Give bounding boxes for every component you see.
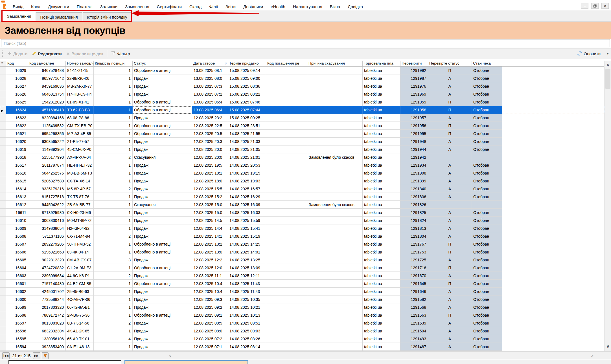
cell[interactable]: 1291645	[400, 280, 428, 288]
cell[interactable]: 1	[94, 240, 133, 248]
cell[interactable]: tabletki.ua	[363, 327, 400, 335]
row-indicator[interactable]	[0, 272, 6, 280]
cell[interactable]: Замовлення було скасов	[307, 153, 363, 161]
cell[interactable]: 13.08.2025 07:2	[192, 90, 228, 98]
header-cell-2[interactable]: Код замовлен	[28, 61, 66, 66]
table-row[interactable]: 16603239609968444-9С-К8-Р12Продаж12.08.2…	[0, 272, 604, 280]
cell[interactable]: Продаж	[133, 272, 192, 280]
cell[interactable]: 16601	[6, 280, 28, 288]
cell[interactable]: 25-45-В6-63	[66, 288, 94, 295]
table-row[interactable]: 16620930356522221-Е5-77-571Продаж12.08.2…	[0, 138, 604, 145]
cell[interactable]: 12.08.2025 07:2	[192, 335, 228, 343]
cell[interactable]: Замовлення було скасов	[307, 201, 363, 209]
cell[interactable]: П	[428, 67, 472, 74]
cell[interactable]: Продаж	[133, 177, 192, 185]
cell[interactable]: Отобран	[472, 82, 502, 90]
row-indicator[interactable]	[0, 145, 6, 153]
cell[interactable]: 12.08.2025 09:3	[192, 295, 228, 303]
cell[interactable]: tabletki.ua	[363, 201, 400, 209]
table-row[interactable]: ▶166244571698418Т0-62-Е8-В31Оброблено в …	[0, 106, 604, 114]
cell[interactable]: 1291992	[400, 67, 428, 74]
cell[interactable]: tabletki.ua	[363, 209, 400, 217]
cell[interactable]	[307, 209, 363, 217]
cell[interactable]	[472, 201, 502, 209]
cell[interactable]: 13.08.2025 07:3	[192, 82, 228, 90]
cell[interactable]: 12.08.2025 18:1	[192, 169, 228, 177]
cell[interactable]: 2Р-В6-75-36	[66, 311, 94, 319]
cell[interactable]: А	[428, 90, 472, 98]
cell[interactable]	[307, 335, 363, 343]
cell[interactable]: tabletki.ua	[363, 177, 400, 185]
cell[interactable]: 15.08.2025 07:44	[228, 106, 266, 114]
cell[interactable]: 16598	[6, 311, 28, 319]
menu-item-10[interactable]: Звіти	[225, 4, 236, 9]
cell[interactable]: А	[428, 185, 472, 193]
cell[interactable]: 1291955	[400, 130, 428, 138]
cell[interactable]: Отобран	[472, 224, 502, 232]
cell[interactable]: Отобран	[472, 185, 502, 193]
cell[interactable]: А	[428, 217, 472, 224]
cell[interactable]: Продаж	[133, 303, 192, 311]
row-indicator[interactable]	[0, 335, 6, 343]
cell[interactable]: 12.08.2025 15:0	[192, 201, 228, 209]
table-row[interactable]: 16619114989290445-СМ-6Х-Р01Продаж12.08.2…	[0, 145, 604, 153]
cell[interactable]: Оброблено в аптеці	[133, 67, 192, 74]
cell[interactable]: 14.08.2025 13:25	[228, 256, 266, 264]
cell[interactable]: tabletki.ua	[363, 224, 400, 232]
cell[interactable]: 1	[94, 303, 133, 311]
cell[interactable]: 06-Т2-8А-В1	[66, 303, 94, 311]
table-row[interactable]: 1661294450426222В-6А-ВВ-771Скасування12.…	[0, 201, 604, 209]
cell[interactable]: Т0-62-Е8-В3	[66, 106, 94, 114]
cell[interactable]: 0Х-ТА-Х6-14	[66, 177, 94, 185]
cell[interactable]: С1-2А-9М-Е3	[66, 264, 94, 272]
cell[interactable]	[472, 153, 502, 161]
cell[interactable]: 14.08.2025 11:43	[228, 288, 266, 295]
cell[interactable]: 16621	[6, 130, 28, 138]
cell[interactable]: 2017303320	[28, 303, 66, 311]
cell[interactable]: 12.08.2025 20:3	[192, 138, 228, 145]
cell[interactable]: Продаж	[133, 161, 192, 169]
cell[interactable]: 4К-А1-2К-65	[66, 327, 94, 335]
cell[interactable]: Отобран	[472, 280, 502, 288]
cell[interactable]: 12.08.2025 14:1	[192, 232, 228, 240]
cell[interactable]: Отобран	[472, 303, 502, 311]
cell[interactable]: 1291899	[400, 177, 428, 185]
row-indicator[interactable]	[0, 232, 6, 240]
cell[interactable]	[266, 114, 307, 122]
cell[interactable]: 84-11-21-15	[66, 67, 94, 74]
cell[interactable]: 1291987	[400, 74, 428, 82]
cell[interactable]: Отобран	[472, 138, 502, 145]
cell[interactable]: tabletki.ua	[363, 82, 400, 90]
cell[interactable]: tabletki.ua	[363, 343, 400, 351]
cell[interactable]: 12.08.2025 22:5	[192, 122, 228, 130]
cell[interactable]: 2	[94, 185, 133, 193]
selected-row-indicator[interactable]: ▶	[0, 106, 6, 114]
cell[interactable]: Оброблено в аптеці	[133, 130, 192, 138]
cell[interactable]: 7157140480	[28, 280, 66, 288]
cell[interactable]	[266, 185, 307, 193]
cell[interactable]: 15.08.2025 08:36	[228, 82, 266, 90]
table-row[interactable]: 16623822038416668-08-Р8-861Продаж12.08.2…	[0, 114, 604, 122]
cell[interactable]: А	[428, 319, 472, 327]
cell[interactable]: М5-8Р-4Р-57	[66, 185, 94, 193]
cell[interactable]: 16625	[6, 98, 28, 106]
cell[interactable]: 1291487	[400, 343, 428, 351]
cell[interactable]: 1291767	[400, 240, 428, 248]
cell[interactable]: 14.08.2025 21:01	[228, 153, 266, 161]
cell[interactable]: 12.08.2025 15:5	[192, 185, 228, 193]
cell[interactable]: 14.08.2025 19:15	[228, 169, 266, 177]
cell[interactable]: 22-9В-36-К6	[66, 74, 94, 82]
cell[interactable]	[307, 193, 363, 201]
cell[interactable]: А	[428, 177, 472, 185]
menu-item-13[interactable]: Налаштування	[293, 4, 322, 9]
table-row[interactable]: 16625154231202001-09-Х1-411Оброблено в а…	[0, 98, 604, 106]
row-indicator[interactable]	[0, 169, 6, 177]
cell[interactable]: 1291826	[400, 201, 428, 209]
cell[interactable]: 1	[94, 193, 133, 201]
cell[interactable]: 12.08.2025 07:1	[192, 343, 228, 351]
cell[interactable]: 1291969	[400, 90, 428, 98]
cell[interactable]: tabletki.ua	[363, 130, 400, 138]
cell[interactable]: 12.08.2025 13:2	[192, 240, 228, 248]
cell[interactable]: 16595	[6, 335, 28, 343]
cell[interactable]	[266, 224, 307, 232]
